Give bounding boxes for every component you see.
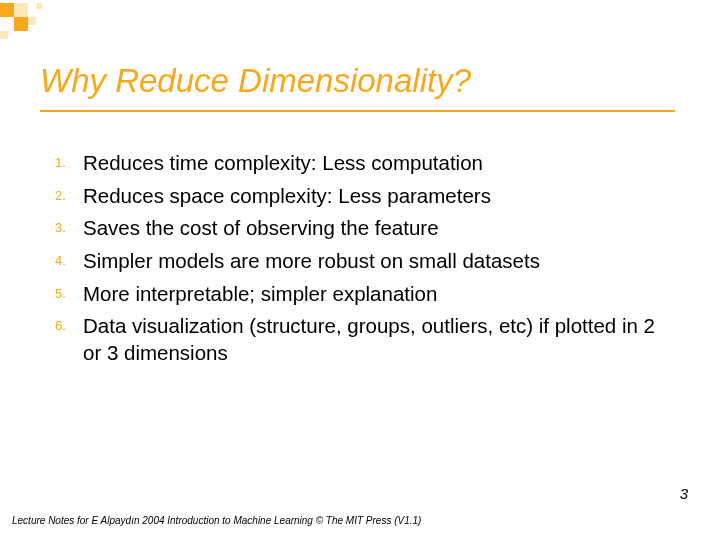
title-underline xyxy=(40,110,675,112)
footer-citation: Lecture Notes for E Alpaydın 2004 Introd… xyxy=(12,515,421,526)
list-number: 5. xyxy=(55,281,83,301)
list-text: Data visualization (structure, groups, o… xyxy=(83,313,665,366)
svg-rect-5 xyxy=(0,31,8,39)
page-number: 3 xyxy=(680,485,688,502)
list-item: 6. Data visualization (structure, groups… xyxy=(55,313,665,366)
svg-rect-3 xyxy=(0,17,14,31)
list-number: 1. xyxy=(55,150,83,170)
list-item: 2. Reduces space complexity: Less parame… xyxy=(55,183,665,210)
list-number: 4. xyxy=(55,248,83,268)
list-item: 4. Simpler models are more robust on sma… xyxy=(55,248,665,275)
list-text: Reduces space complexity: Less parameter… xyxy=(83,183,491,210)
numbered-list: 1. Reduces time complexity: Less computa… xyxy=(55,150,665,372)
slide-title: Why Reduce Dimensionality? xyxy=(40,62,471,100)
svg-rect-4 xyxy=(28,17,36,25)
list-item: 1. Reduces time complexity: Less computa… xyxy=(55,150,665,177)
list-text: More interpretable; simpler explanation xyxy=(83,281,437,308)
list-item: 3. Saves the cost of observing the featu… xyxy=(55,215,665,242)
list-text: Reduces time complexity: Less computatio… xyxy=(83,150,483,177)
list-text: Simpler models are more robust on small … xyxy=(83,248,540,275)
svg-rect-2 xyxy=(14,17,28,31)
svg-rect-0 xyxy=(0,3,14,17)
corner-decoration xyxy=(0,3,60,45)
svg-rect-1 xyxy=(14,3,28,17)
list-number: 6. xyxy=(55,313,83,333)
list-text: Saves the cost of observing the feature xyxy=(83,215,439,242)
list-item: 5. More interpretable; simpler explanati… xyxy=(55,281,665,308)
list-number: 3. xyxy=(55,215,83,235)
list-number: 2. xyxy=(55,183,83,203)
svg-rect-6 xyxy=(36,3,42,9)
